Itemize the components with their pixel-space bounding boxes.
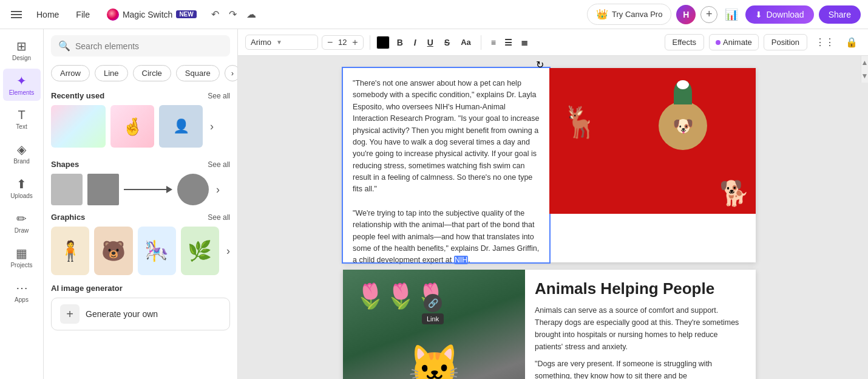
font-selector[interactable]: Arimo ▼ — [245, 35, 318, 50]
tag-line[interactable]: Line — [95, 65, 128, 81]
apps-icon: ⋯ — [16, 281, 28, 295]
text-color-picker[interactable] — [376, 36, 390, 49]
position-button[interactable]: Position — [764, 34, 807, 50]
recent-thumb-2[interactable]: 🤞 — [110, 105, 154, 148]
sidebar-item-elements[interactable]: ✦ Elements — [3, 69, 41, 101]
canvas-scroll-area[interactable]: "There's not one answer about how a pet … — [238, 56, 861, 379]
shape-circle[interactable] — [177, 174, 209, 205]
tag-circle[interactable]: Circle — [133, 65, 171, 81]
tag-square[interactable]: Square — [176, 65, 220, 81]
graphic-thumb-1[interactable]: 🧍 — [51, 227, 89, 275]
canvas-wrapper: "There's not one answer about how a pet … — [238, 56, 868, 379]
user-avatar[interactable]: H — [676, 5, 696, 24]
page2-text-col[interactable]: Animals Helping People Animals can serve… — [525, 270, 756, 379]
animate-button[interactable]: Animate — [709, 34, 759, 50]
shapes-more-arrow[interactable]: › — [216, 183, 220, 196]
redo-button[interactable]: ↷ — [225, 5, 240, 24]
try-pro-label: Try Canva Pro — [612, 10, 662, 19]
recently-used-see-all[interactable]: See all — [208, 92, 230, 100]
add-collaborator-button[interactable]: + — [700, 6, 717, 23]
tag-arrow[interactable]: Arrow — [51, 65, 90, 81]
strikethrough-button[interactable]: S — [441, 35, 453, 50]
home-nav-item[interactable]: Home — [30, 6, 65, 23]
graphics-see-all[interactable]: See all — [208, 213, 230, 222]
font-size-increase[interactable]: + — [351, 37, 359, 48]
sidebar-item-design[interactable]: ⊞ Design — [3, 34, 41, 66]
link-icon-button[interactable]: 🔗 — [424, 294, 442, 312]
grid-icon-button[interactable]: ⋮⋮ — [812, 33, 838, 51]
animate-label: Animate — [723, 38, 752, 47]
elements-icon: ✦ — [16, 73, 27, 88]
download-icon: ⬇ — [755, 10, 762, 19]
recently-used-more-arrow[interactable]: › — [210, 120, 214, 133]
uploads-label: Uploads — [10, 193, 33, 199]
tag-more-button[interactable]: › — [225, 65, 237, 81]
design-label: Design — [12, 55, 31, 61]
magic-switch-label: Magic Switch — [123, 10, 172, 19]
sidebar-item-projects[interactable]: ▦ Projects — [3, 241, 41, 273]
undo-button[interactable]: ↶ — [208, 5, 223, 24]
scroll-up-arrow[interactable]: ▲ — [861, 58, 868, 67]
hamburger-menu[interactable] — [7, 7, 25, 22]
shape-square-2[interactable] — [87, 174, 119, 205]
download-button[interactable]: ⬇ Download — [745, 5, 813, 24]
animate-indicator — [716, 40, 721, 45]
share-label: Share — [829, 10, 851, 19]
recent-thumb-1[interactable] — [51, 105, 106, 148]
apps-label: Apps — [15, 296, 29, 303]
search-input[interactable] — [75, 41, 223, 51]
graphic-thumb-4[interactable]: 🌿 — [181, 227, 219, 275]
sidebar-item-uploads[interactable]: ⬆ Uploads — [3, 172, 41, 204]
scroll-down-arrow[interactable]: ▼ — [861, 72, 868, 80]
text-label: Text — [16, 123, 27, 130]
bold-button[interactable]: B — [393, 35, 407, 50]
cloud-save-button[interactable]: ☁ — [243, 5, 260, 24]
projects-label: Projects — [10, 262, 32, 268]
formatting-toolbar: Arimo ▼ − 12 + B I U S Aa ≡ ☰ ≣ Effects — [238, 29, 868, 56]
dog-1: 🐶 — [646, 80, 719, 189]
page2-layout: 🐱 🌷🌷🌷 🔗 Link — [343, 270, 756, 379]
recent-thumb-3[interactable]: 👤 — [159, 105, 203, 148]
animals-image: 🐱 🌷🌷🌷 — [343, 270, 525, 379]
sidebar-item-apps[interactable]: ⋯ Apps — [3, 276, 41, 308]
paragraph-1: "There's not one answer about how a pet … — [353, 78, 542, 196]
text-case-button[interactable]: Aa — [457, 35, 475, 49]
draw-label: Draw — [15, 227, 29, 234]
recently-used-header: Recently used See all — [51, 91, 230, 100]
rotate-handle[interactable]: ↻ — [535, 60, 544, 69]
ai-generate-button[interactable]: + Generate your own — [51, 298, 230, 330]
sidebar-item-brand[interactable]: ◈ Brand — [3, 137, 41, 169]
lock-button[interactable]: 🔒 — [843, 33, 861, 51]
canvas-scrollbar[interactable]: ▲ ▼ — [861, 56, 868, 83]
italic-button[interactable]: I — [410, 35, 420, 50]
shapes-row: › — [51, 174, 230, 205]
brand-label: Brand — [13, 158, 30, 165]
page-card-1[interactable]: "There's not one answer about how a pet … — [343, 68, 756, 262]
link-tooltip-container: 🔗 Link — [422, 294, 444, 324]
file-nav-item[interactable]: File — [70, 6, 96, 23]
graphics-more-arrow[interactable]: › — [226, 245, 230, 258]
analytics-button[interactable]: 📊 — [722, 5, 741, 24]
align-left-button[interactable]: ≡ — [487, 35, 500, 50]
shapes-see-all[interactable]: See all — [208, 160, 230, 169]
page-card-2[interactable]: 🐱 🌷🌷🌷 🔗 Link — [343, 270, 756, 379]
graphic-thumb-3[interactable]: 🎠 — [138, 227, 176, 275]
magic-switch-nav[interactable]: Magic Switch NEW — [101, 6, 203, 23]
magic-switch-icon — [107, 9, 119, 21]
projects-icon: ▦ — [16, 246, 27, 261]
sidebar-item-draw[interactable]: ✏ Draw — [3, 207, 41, 239]
underline-button[interactable]: U — [424, 35, 437, 50]
font-size-decrease[interactable]: − — [326, 37, 334, 48]
align-list-button[interactable]: ☰ — [501, 35, 516, 50]
effects-button[interactable]: Effects — [665, 34, 705, 50]
search-box[interactable]: 🔍 — [51, 35, 230, 56]
align-right-button[interactable]: ≣ — [517, 35, 532, 50]
try-pro-button[interactable]: 👑 Try Canva Pro — [587, 4, 671, 25]
shapes-title: Shapes — [51, 160, 79, 169]
shape-square-1[interactable] — [51, 174, 83, 205]
sidebar-item-text[interactable]: T Text — [3, 103, 41, 135]
share-button[interactable]: Share — [819, 5, 861, 24]
shape-line-arrow[interactable] — [124, 186, 172, 193]
text-content-page1[interactable]: "There's not one answer about how a pet … — [343, 68, 549, 262]
graphic-thumb-2[interactable]: 🐻 — [94, 227, 132, 275]
